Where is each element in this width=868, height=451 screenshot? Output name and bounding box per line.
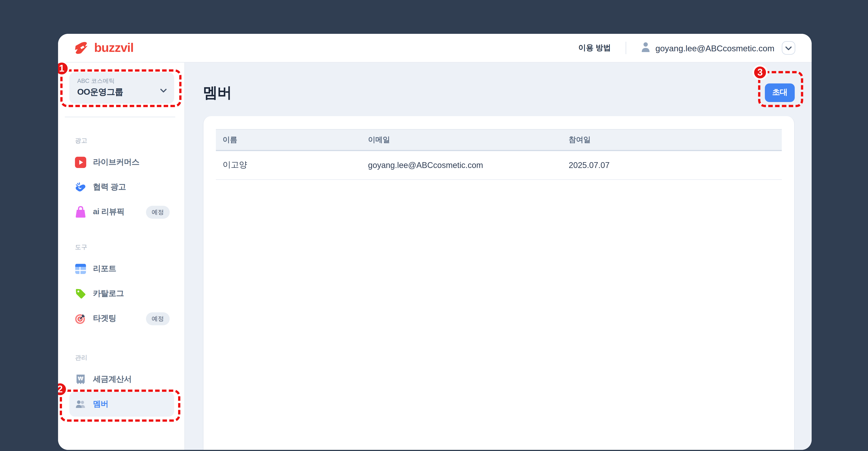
title-row: 멤버 초대 xyxy=(203,81,795,104)
tag-icon xyxy=(75,288,86,300)
scheduled-badge: 예정 xyxy=(146,206,169,218)
top-header: buzzvil 이용 방법 goyang.lee@ABCcosmetic.com xyxy=(58,34,812,63)
sidebar: ABC 코스메틱 OO운영그룹 광고 xyxy=(58,63,185,450)
cell-member-name: 이고양 xyxy=(216,150,361,180)
cell-member-join-date: 2025.07.07 xyxy=(562,150,782,180)
app-window: buzzvil 이용 방법 goyang.lee@ABCcosmetic.com xyxy=(58,34,812,450)
page-title: 멤버 xyxy=(203,83,231,102)
table-header-row: 이름 이메일 참여일 xyxy=(216,129,782,150)
user-menu-button[interactable] xyxy=(782,41,795,55)
workspace-company: ABC 코스메틱 xyxy=(77,77,166,85)
tax-invoice-icon: ₩ xyxy=(75,373,86,386)
sidebar-item-tax-invoice[interactable]: ₩ 세금계산서 xyxy=(69,367,174,392)
sidebar-section-admin: 관리 xyxy=(69,354,174,361)
table-row: 이고양 goyang.lee@ABCcosmetic.com 2025.07.0… xyxy=(216,150,782,180)
members-card: 이름 이메일 참여일 이고양 goyang.lee@ABCcosmetic.co… xyxy=(203,116,795,450)
sidebar-item-catalog[interactable]: 카탈로그 xyxy=(69,281,174,306)
main-content: 멤버 초대 이름 이메일 참여일 xyxy=(185,63,812,450)
user-account[interactable]: goyang.lee@ABCcosmetic.com xyxy=(641,41,774,55)
col-header-name: 이름 xyxy=(216,129,361,150)
sidebar-item-live-commerce[interactable]: 라이브커머스 xyxy=(69,150,174,175)
invite-button[interactable]: 초대 xyxy=(765,83,795,102)
members-icon xyxy=(75,398,86,411)
report-table-icon xyxy=(75,263,86,275)
col-header-email: 이메일 xyxy=(361,129,562,150)
screenshot-stage: buzzvil 이용 방법 goyang.lee@ABCcosmetic.com xyxy=(0,0,868,451)
sidebar-section-tools: 도구 xyxy=(69,243,174,251)
svg-text:₩: ₩ xyxy=(78,375,84,382)
target-icon xyxy=(75,312,86,325)
usage-guide-link[interactable]: 이용 방법 xyxy=(578,43,611,53)
sidebar-divider xyxy=(65,117,175,117)
sidebar-item-ai-reviewpick[interactable]: ai 리뷰픽 예정 xyxy=(69,200,174,224)
sidebar-item-collab-ads[interactable]: 협력 광고 xyxy=(69,175,174,200)
cell-member-email: goyang.lee@ABCcosmetic.com xyxy=(361,150,562,180)
window-body: ABC 코스메틱 OO운영그룹 광고 xyxy=(58,63,812,450)
chevron-down-icon xyxy=(160,85,167,95)
buzzvil-logo-icon xyxy=(73,40,90,55)
col-header-join-date: 참여일 xyxy=(562,129,782,150)
shopping-bag-icon xyxy=(75,206,86,218)
header-divider xyxy=(626,42,626,54)
buzzvil-logo: buzzvil xyxy=(73,40,133,55)
workspace-selector[interactable]: ABC 코스메틱 OO운영그룹 xyxy=(69,72,174,104)
logo-wordmark: buzzvil xyxy=(94,40,133,55)
user-icon xyxy=(641,41,650,55)
sidebar-item-report[interactable]: 리포트 xyxy=(69,257,174,281)
members-table: 이름 이메일 참여일 이고양 goyang.lee@ABCcosmetic.co… xyxy=(216,129,782,180)
workspace-group: OO운영그룹 xyxy=(77,87,166,97)
sidebar-item-members[interactable]: 멤버 xyxy=(69,392,174,417)
live-commerce-icon xyxy=(75,156,86,169)
user-email: goyang.lee@ABCcosmetic.com xyxy=(655,43,774,53)
chevron-down-icon xyxy=(785,43,792,53)
sidebar-item-targeting[interactable]: 타겟팅 예정 xyxy=(69,306,174,331)
sidebar-nav: 광고 라이브커머스 xyxy=(58,137,184,417)
scheduled-badge: 예정 xyxy=(146,312,169,325)
handshake-icon xyxy=(75,181,86,193)
sidebar-section-ads: 광고 xyxy=(69,137,174,144)
